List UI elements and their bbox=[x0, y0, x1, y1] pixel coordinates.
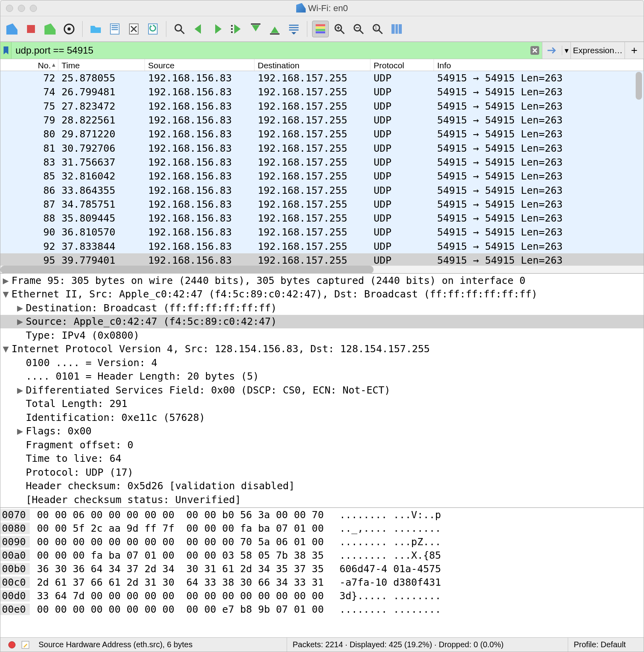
svg-rect-4 bbox=[112, 25, 118, 26]
column-proto[interactable]: Protocol bbox=[370, 59, 434, 71]
packet-row[interactable]: 9237.833844192.168.156.83192.168.157.255… bbox=[0, 239, 644, 253]
svg-rect-21 bbox=[316, 31, 325, 33]
status-field-info: Source Hardware Address (eth.src), 6 byt… bbox=[33, 638, 287, 652]
column-no[interactable]: No.▲ bbox=[0, 59, 58, 71]
column-info[interactable]: Info bbox=[434, 59, 644, 71]
detail-line[interactable]: ▶Source: Apple_c0:42:47 (f4:5c:89:c0:42:… bbox=[0, 315, 644, 329]
packet-row[interactable]: 8130.792706192.168.156.83192.168.157.255… bbox=[0, 141, 644, 155]
detail-line[interactable]: 0100 .... = Version: 4 bbox=[0, 356, 644, 370]
svg-rect-15 bbox=[289, 25, 299, 26]
go-forward-button[interactable] bbox=[209, 21, 226, 37]
detail-line[interactable]: Protocol: UDP (17) bbox=[0, 465, 644, 479]
expression-button[interactable]: Expression… bbox=[571, 42, 625, 59]
clear-filter-button[interactable] bbox=[528, 42, 542, 59]
detail-line[interactable]: ▶Destination: Broadcast (ff:ff:ff:ff:ff:… bbox=[0, 301, 644, 315]
svg-rect-11 bbox=[231, 28, 233, 30]
detail-line[interactable]: ▼Internet Protocol Version 4, Src: 128.1… bbox=[0, 342, 644, 356]
packet-row[interactable]: 8835.809445192.168.156.83192.168.157.255… bbox=[0, 211, 644, 225]
expert-info-button[interactable] bbox=[8, 641, 15, 648]
hex-row[interactable]: 00c02d 61 37 66 61 2d 31 30 64 33 38 30 … bbox=[0, 575, 644, 589]
column-time[interactable]: Time bbox=[58, 59, 145, 71]
reload-button[interactable] bbox=[145, 21, 161, 37]
svg-rect-17 bbox=[289, 29, 299, 31]
wireshark-fin-icon bbox=[296, 3, 306, 13]
packet-row[interactable]: 8029.871220192.168.156.83192.168.157.255… bbox=[0, 127, 644, 141]
svg-rect-28 bbox=[399, 24, 402, 34]
packet-row[interactable]: 7225.878055192.168.156.83192.168.157.255… bbox=[0, 71, 644, 85]
svg-rect-19 bbox=[316, 27, 325, 29]
detail-line[interactable]: Fragment offset: 0 bbox=[0, 438, 644, 452]
packet-row[interactable]: 7928.822561192.168.156.83192.168.157.255… bbox=[0, 113, 644, 127]
auto-scroll-button[interactable] bbox=[285, 21, 302, 37]
zoom-reset-button[interactable]: 1 bbox=[369, 21, 386, 37]
packet-details-pane: ▶Frame 95: 305 bytes on wire (2440 bits)… bbox=[0, 274, 644, 508]
filter-bookmark-button[interactable] bbox=[0, 42, 12, 59]
display-filter-bar: ▾ Expression… + bbox=[0, 42, 644, 59]
packet-list-hscrollbar[interactable] bbox=[0, 265, 644, 273]
column-src[interactable]: Source bbox=[145, 59, 255, 71]
detail-line[interactable]: Time to live: 64 bbox=[0, 452, 644, 466]
edit-icon[interactable] bbox=[21, 640, 30, 649]
go-to-first-button[interactable] bbox=[247, 21, 264, 37]
detail-line[interactable]: Header checksum: 0x5d26 [validation disa… bbox=[0, 479, 644, 493]
go-back-button[interactable] bbox=[190, 21, 207, 37]
detail-line[interactable]: ▶Frame 95: 305 bytes on wire (2440 bits)… bbox=[0, 274, 644, 287]
hex-row[interactable]: 009000 00 00 00 00 00 00 00 00 00 00 70 … bbox=[0, 535, 644, 548]
svg-rect-14 bbox=[270, 33, 280, 35]
packet-row[interactable]: 7426.799481192.168.156.83192.168.157.255… bbox=[0, 85, 644, 99]
packet-row[interactable]: 8532.816042192.168.156.83192.168.157.255… bbox=[0, 169, 644, 183]
svg-rect-26 bbox=[391, 24, 395, 34]
status-packet-counts: Packets: 2214 · Displayed: 425 (19.2%) ·… bbox=[287, 638, 568, 652]
add-filter-button[interactable]: + bbox=[625, 42, 644, 59]
packet-row[interactable]: 8734.785751192.168.156.83192.168.157.255… bbox=[0, 197, 644, 211]
packet-bytes-pane: 007000 00 06 00 00 00 00 00 00 00 b0 56 … bbox=[0, 508, 644, 637]
stop-capture-button[interactable] bbox=[23, 21, 39, 37]
packet-row[interactable]: 9539.779401192.168.156.83192.168.157.255… bbox=[0, 253, 644, 265]
column-dst[interactable]: Destination bbox=[255, 59, 370, 71]
hex-row[interactable]: 00b036 30 36 64 34 37 2d 34 30 31 61 2d … bbox=[0, 562, 644, 575]
status-bar: Source Hardware Address (eth.src), 6 byt… bbox=[0, 637, 644, 652]
packet-row[interactable]: 8331.756637192.168.156.83192.168.157.255… bbox=[0, 155, 644, 169]
detail-line[interactable]: ▶Differentiated Services Field: 0x00 (DS… bbox=[0, 383, 644, 397]
start-capture-button[interactable] bbox=[4, 21, 20, 37]
display-filter-input[interactable] bbox=[12, 42, 528, 59]
detail-line[interactable]: Type: IPv4 (0x0800) bbox=[0, 328, 644, 342]
detail-line[interactable]: Identification: 0xe11c (57628) bbox=[0, 411, 644, 424]
go-to-last-button[interactable] bbox=[266, 21, 283, 37]
svg-rect-6 bbox=[112, 29, 118, 30]
status-profile[interactable]: Profile: Default bbox=[568, 638, 644, 652]
filter-history-dropdown[interactable]: ▾ bbox=[562, 46, 571, 55]
colorize-button[interactable] bbox=[312, 21, 329, 37]
hex-row[interactable]: 00a000 00 00 fa ba 07 01 00 00 00 03 58 … bbox=[0, 548, 644, 562]
hex-row[interactable]: 00d033 64 7d 00 00 00 00 00 00 00 00 00 … bbox=[0, 589, 644, 602]
titlebar: Wi-Fi: en0 bbox=[0, 0, 644, 16]
hex-row[interactable]: 007000 00 06 00 00 00 00 00 00 00 b0 56 … bbox=[0, 508, 644, 521]
hex-row[interactable]: 00e000 00 00 00 00 00 00 00 00 00 e7 b8 … bbox=[0, 602, 644, 616]
packet-row[interactable]: 9036.810570192.168.156.83192.168.157.255… bbox=[0, 225, 644, 239]
capture-options-button[interactable] bbox=[61, 21, 77, 37]
go-to-packet-button[interactable] bbox=[228, 21, 245, 37]
open-file-button[interactable] bbox=[87, 21, 104, 37]
svg-point-9 bbox=[175, 25, 181, 31]
detail-line[interactable]: ▶Flags: 0x00 bbox=[0, 424, 644, 438]
packet-row[interactable]: 8633.864355192.168.156.83192.168.157.255… bbox=[0, 183, 644, 197]
find-packet-button[interactable] bbox=[171, 21, 188, 37]
packet-row[interactable]: 7527.823472192.168.156.83192.168.157.255… bbox=[0, 99, 644, 113]
restart-capture-button[interactable] bbox=[42, 21, 58, 37]
window-title: Wi-Fi: en0 bbox=[308, 3, 348, 13]
zoom-in-button[interactable] bbox=[331, 21, 348, 37]
zoom-out-button[interactable] bbox=[350, 21, 367, 37]
detail-line[interactable]: .... 0101 = Header Length: 20 bytes (5) bbox=[0, 370, 644, 384]
svg-rect-10 bbox=[231, 25, 233, 27]
hex-row[interactable]: 008000 00 5f 2c aa 9d ff 7f 00 00 00 fa … bbox=[0, 521, 644, 535]
packet-list-vscrollbar[interactable] bbox=[636, 72, 642, 264]
resize-columns-button[interactable] bbox=[388, 21, 405, 37]
svg-rect-13 bbox=[251, 23, 260, 25]
detail-line[interactable]: [Header checksum status: Unverified] bbox=[0, 493, 644, 507]
save-file-button[interactable] bbox=[106, 21, 123, 37]
close-file-button[interactable] bbox=[125, 21, 142, 37]
apply-filter-button[interactable] bbox=[542, 46, 562, 54]
detail-line[interactable]: Total Length: 291 bbox=[0, 397, 644, 411]
detail-line[interactable]: ▼Ethernet II, Src: Apple_c0:42:47 (f4:5c… bbox=[0, 287, 644, 301]
svg-rect-5 bbox=[112, 27, 118, 28]
